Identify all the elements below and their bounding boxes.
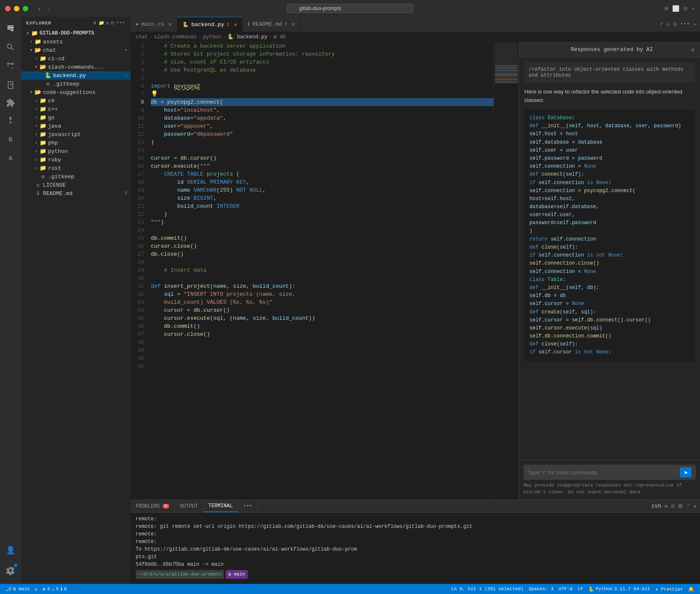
split-editor-icon[interactable]: ⊟	[673, 21, 677, 28]
new-file-icon[interactable]: ⊕	[94, 20, 97, 26]
status-sync[interactable]: ↻	[32, 586, 40, 592]
breadcrumb-backend-py[interactable]: 🐍 backend.py	[227, 34, 267, 40]
close-terminal-icon[interactable]: ✕	[693, 503, 697, 510]
tree-label-code-suggestions: code-suggestions	[43, 89, 131, 96]
collapse-icon[interactable]: ⊟	[111, 20, 115, 26]
tree-item-cpp[interactable]: › 📁 c++	[21, 105, 131, 113]
back-button[interactable]: ‹	[37, 3, 43, 14]
tree-item-backend-py[interactable]: › 🐍 backend.py 1	[21, 71, 131, 80]
sidebar-item-ai[interactable]: A	[2, 150, 19, 167]
tree-item-php[interactable]: › 📁 php	[21, 139, 131, 147]
ai-code-line-19: def close(self):	[529, 243, 690, 252]
sidebar-item-search[interactable]	[2, 39, 19, 56]
breadcrumb-chat[interactable]: chat	[136, 34, 148, 40]
code-lines[interactable]: 1 2 3 4 5 6 7 8 9 10 11 12 13 14	[131, 42, 519, 500]
tree-item-ruby[interactable]: › 📁 ruby	[21, 155, 131, 164]
tree-item-go[interactable]: › 📁 go	[21, 113, 131, 122]
ai-input[interactable]	[528, 469, 676, 476]
tree-item-readme[interactable]: › ℹ README.md 7	[21, 189, 131, 198]
license-icon: ⚖	[35, 182, 41, 188]
tab-label-main-cs: main.cs	[141, 21, 164, 27]
timeline-icon[interactable]: ↷	[693, 21, 697, 28]
tree-item-csharp[interactable]: › 📁 c#	[21, 96, 131, 105]
layout-icon-3[interactable]: ⊟	[684, 5, 687, 12]
tree-item-slash-commands[interactable]: ▾ 📂 slash-commands...	[21, 63, 131, 71]
status-spaces[interactable]: Spaces: 4	[526, 586, 556, 591]
tree-item-javascript[interactable]: › 📁 javascript	[21, 130, 131, 139]
folder-icon: 📁	[40, 114, 46, 121]
more-terminal-icon[interactable]: ⌃	[687, 503, 690, 510]
more-editor-icon[interactable]: •••	[680, 21, 690, 27]
breadcrumb-python[interactable]: python	[203, 34, 221, 40]
tab-terminal[interactable]: TERMINAL	[203, 500, 238, 512]
ai-content[interactable]: /refactor into object-oriented classes w…	[519, 57, 700, 460]
tab-close-main-cs[interactable]: ✕	[168, 21, 172, 28]
sidebar-item-run[interactable]	[2, 76, 19, 93]
status-encoding[interactable]: UTF-8	[556, 586, 575, 591]
new-folder-icon[interactable]: 📁	[99, 20, 105, 26]
breadcrumb-slash-commands[interactable]: slash-commands	[154, 34, 197, 40]
layout-icon-1[interactable]: ⊞	[665, 5, 668, 12]
tree-item-assets[interactable]: › 📁 assets	[21, 37, 131, 46]
tree-item-java[interactable]: › 📁 java	[21, 122, 131, 130]
split-terminal-icon[interactable]: ⊟	[671, 503, 675, 510]
ai-code-line-6: self.password = password	[529, 155, 690, 163]
account-icon[interactable]: 👤	[2, 542, 19, 559]
maximize-window-button[interactable]	[23, 6, 28, 11]
status-bell[interactable]: 🔔	[686, 586, 697, 592]
code-line-27: db.close()	[151, 250, 494, 258]
python-file-icon: 🐍	[45, 72, 51, 79]
sidebar-item-testing[interactable]	[2, 113, 19, 130]
code-line-8: db = psycopg2.connect(	[151, 98, 494, 106]
play-icon[interactable]: ▷	[667, 21, 670, 28]
layout-icon-2[interactable]: ⬜	[672, 5, 679, 12]
tree-item-python[interactable]: › 📁 python	[21, 147, 131, 155]
tree-item-cicd[interactable]: › 📁 ci-cd	[21, 54, 131, 63]
ln-23: 23	[131, 218, 144, 226]
tree-item-code-suggestions[interactable]: ▾ 📂 code-suggestions	[21, 88, 131, 96]
sidebar-item-source-control[interactable]	[2, 57, 19, 74]
tab-readme-md[interactable]: ℹ README.md 7 ✕	[243, 17, 300, 32]
tree-item-chat[interactable]: ▾ 📂 chat •	[21, 46, 131, 54]
tab-close-readme-md[interactable]: ✕	[291, 21, 295, 28]
breadcrumb-db[interactable]: ⊞ db	[274, 34, 286, 40]
status-branch[interactable]: ⎇ ψ main	[3, 586, 32, 592]
ai-close-button[interactable]: ✕	[691, 45, 695, 54]
sidebar-item-gitlab[interactable]: G	[2, 131, 19, 148]
tree-item-license[interactable]: › ⚖ LICENSE	[21, 181, 131, 189]
status-cursor[interactable]: Ln 8, Col 1 (351 selected)	[449, 586, 526, 591]
more-icon[interactable]: •••	[116, 20, 126, 26]
refresh-icon[interactable]: ↻	[107, 20, 110, 26]
tree-root[interactable]: ▾ 📁 GITLAB-DUO-PROMPTS	[21, 29, 131, 37]
status-line-ending[interactable]: LF	[575, 586, 585, 591]
tree-item-rust[interactable]: › 📁 rust	[21, 164, 131, 172]
tree-item-gitkeep[interactable]: › ◇ .gitkeep	[21, 80, 131, 88]
status-prettier[interactable]: ✦ Prettier	[653, 586, 686, 592]
tab-main-cs[interactable]: ● main.cs ✕	[131, 17, 177, 32]
trash-icon[interactable]: 🗑	[678, 503, 683, 509]
sidebar-item-extensions[interactable]	[2, 94, 19, 111]
layout-icon-4[interactable]: ⚡	[692, 5, 695, 12]
tab-more[interactable]: •••	[238, 500, 258, 512]
new-terminal-icon[interactable]: ⊕	[665, 503, 668, 510]
tab-close-backend-py[interactable]: ✕	[234, 21, 237, 28]
sidebar-item-explorer[interactable]	[2, 20, 19, 37]
tab-output[interactable]: OUTPUT	[175, 500, 203, 512]
ln-25: 25	[131, 234, 144, 242]
status-language[interactable]: 🐍 Python 3.11.7 64-bit	[586, 586, 653, 592]
minimize-window-button[interactable]	[14, 6, 19, 11]
ai-code-line-16: )	[529, 227, 690, 235]
title-search-input[interactable]	[287, 4, 413, 13]
tree-item-gitkeep2[interactable]: › ◇ .gitkeep	[21, 172, 131, 181]
close-window-button[interactable]	[5, 6, 11, 11]
status-errors[interactable]: ⊗ 3 ⚠ 5 ℹ 0	[40, 586, 69, 592]
tab-problems[interactable]: PROBLEMS 8	[131, 500, 175, 512]
run-icon[interactable]: r	[660, 21, 663, 27]
forward-button[interactable]: ›	[46, 3, 52, 14]
terminal-prompt: ~/d/d/u/a/a/gitlab-duo-prompts ψ main	[136, 570, 695, 579]
chevron-open-icon: ▾	[28, 89, 35, 96]
settings-icon[interactable]	[2, 562, 19, 579]
terminal-line-4: remote:	[136, 538, 695, 546]
tab-backend-py[interactable]: 🐍 backend.py 1 ✕	[177, 17, 243, 32]
ai-send-button[interactable]: ➤	[680, 467, 692, 477]
